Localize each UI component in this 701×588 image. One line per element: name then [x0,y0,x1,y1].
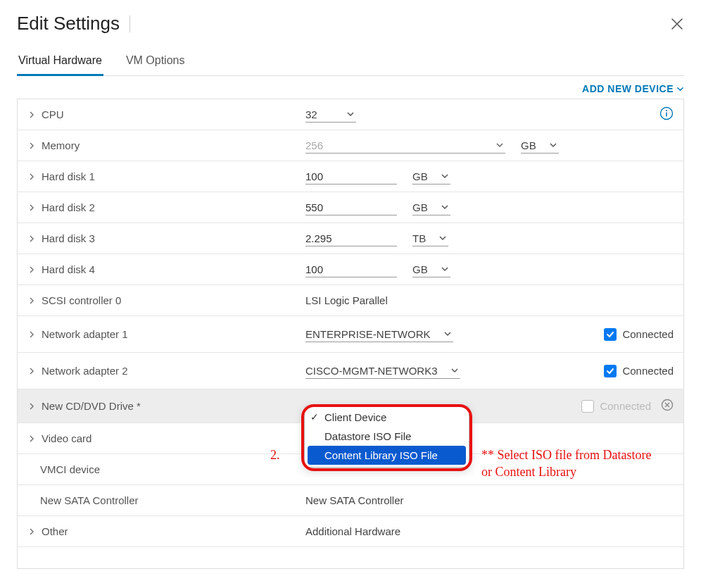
row-cpu: CPU 32 [18,99,683,130]
row-network-adapter-2: Network adapter 2 CISCO-MGMT-NETWORK3 Co… [18,353,683,389]
vmci-label: VMCI device [40,463,100,475]
svg-rect-2 [666,113,667,117]
memory-unit: GB [521,139,536,151]
dialog-title: Edit Settings [17,13,120,35]
hd3-label: Hard disk 3 [42,232,95,244]
video-label: Video card [42,432,91,444]
memory-value-select[interactable]: 256 [305,138,505,154]
hd3-unit: TB [412,232,426,244]
expand-icon[interactable] [27,173,36,181]
sata-label: New SATA Controller [40,494,139,506]
title-divider [130,15,130,32]
tab-virtual-hardware[interactable]: Virtual Hardware [17,54,103,76]
hd4-unit: GB [412,263,428,275]
expand-icon[interactable] [27,527,36,536]
memory-unit-select[interactable]: GB [521,138,559,154]
expand-icon[interactable] [27,402,36,411]
hd2-unit-select[interactable]: GB [412,200,450,215]
hd1-unit-select[interactable]: GB [412,169,450,184]
tab-vm-options[interactable]: VM Options [125,54,187,75]
hd1-unit: GB [412,170,428,182]
row-sata-controller: New SATA Controller New SATA Controller [18,485,683,516]
hd2-unit: GB [412,201,428,213]
net1-label: Network adapter 1 [42,328,128,340]
hd1-size-input[interactable] [305,169,397,184]
other-label: Other [42,525,68,537]
cpu-select[interactable]: 32 [305,107,356,123]
expand-icon[interactable] [27,296,36,305]
expand-icon[interactable] [27,204,36,212]
hd4-unit-select[interactable]: GB [412,262,450,277]
add-new-device-button[interactable]: ADD NEW DEVICE [582,83,684,94]
chevron-down-icon [549,141,557,149]
chevron-down-icon [441,203,449,211]
expand-icon[interactable] [27,265,36,274]
cd-dvd-source-dropdown: Client Device Datastore ISO File Content… [304,406,469,468]
row-hard-disk-3: Hard disk 3 TB [18,223,683,254]
expand-icon[interactable] [27,434,36,443]
dvd-connected-checkbox[interactable] [581,400,594,413]
net2-select[interactable]: CISCO-MGMT-NETWORK3 [305,363,460,379]
add-new-device-label: ADD NEW DEVICE [582,83,674,94]
net2-label: Network adapter 2 [42,365,128,377]
chevron-down-icon [676,85,684,93]
memory-value: 256 [305,139,488,151]
row-other: Other Additional Hardware [18,516,683,547]
dropdown-item-content-library-iso[interactable]: Content Library ISO File [308,446,466,465]
row-hard-disk-4: Hard disk 4 GB [18,254,683,285]
expand-icon[interactable] [27,111,36,119]
row-memory: Memory 256 GB [18,130,683,161]
row-hard-disk-1: Hard disk 1 GB [18,161,683,192]
svg-point-1 [666,110,667,111]
net2-connected-checkbox[interactable] [604,365,617,377]
scsi-label: SCSI controller 0 [42,294,121,306]
chevron-down-icon [438,234,447,242]
row-scsi-controller: SCSI controller 0 LSI Logic Parallel [18,285,683,316]
dvd-label: New CD/DVD Drive * [42,400,141,412]
sata-value: New SATA Controller [305,494,404,506]
close-icon[interactable] [670,17,684,31]
row-network-adapter-1: Network adapter 1 ENTERPRISE-NETWORK Con… [18,316,683,353]
hd4-size-input[interactable] [305,262,397,277]
net2-connected-label: Connected [622,365,674,377]
net2-value: CISCO-MGMT-NETWORK3 [305,365,438,377]
expand-icon[interactable] [27,367,36,375]
hd3-unit-select[interactable]: TB [412,231,448,246]
chevron-down-icon [443,330,452,338]
chevron-down-icon [441,265,449,273]
hd4-label: Hard disk 4 [42,263,95,275]
chevron-down-icon [450,366,459,375]
expand-icon[interactable] [27,330,36,339]
dvd-connected-label: Connected [600,400,651,412]
hd2-size-input[interactable] [305,200,397,215]
chevron-down-icon [495,141,504,149]
hardware-table: CPU 32 Memory [17,99,684,569]
expand-icon[interactable] [27,234,36,243]
net1-connected-checkbox[interactable] [604,328,617,341]
tabs: Virtual Hardware VM Options [17,54,684,76]
chevron-down-icon [346,110,355,118]
memory-label: Memory [42,139,80,151]
info-icon[interactable] [659,106,674,123]
cpu-label: CPU [42,108,64,120]
scsi-value: LSI Logic Parallel [305,294,388,306]
row-hard-disk-2: Hard disk 2 GB [18,192,683,223]
dropdown-item-client-device[interactable]: Client Device [305,408,469,427]
hd2-label: Hard disk 2 [42,201,95,213]
other-value: Additional Hardware [305,525,400,537]
net1-select[interactable]: ENTERPRISE-NETWORK [305,327,453,342]
cpu-value: 32 [305,108,334,120]
remove-device-icon[interactable] [661,399,674,413]
hd3-size-input[interactable] [305,231,397,246]
dropdown-item-datastore-iso[interactable]: Datastore ISO File [305,427,469,446]
expand-icon[interactable] [27,142,36,150]
row-empty [18,547,683,568]
hd1-label: Hard disk 1 [42,170,95,182]
chevron-down-icon [441,172,449,180]
net1-connected-label: Connected [622,328,674,340]
net1-value: ENTERPRISE-NETWORK [305,328,431,340]
